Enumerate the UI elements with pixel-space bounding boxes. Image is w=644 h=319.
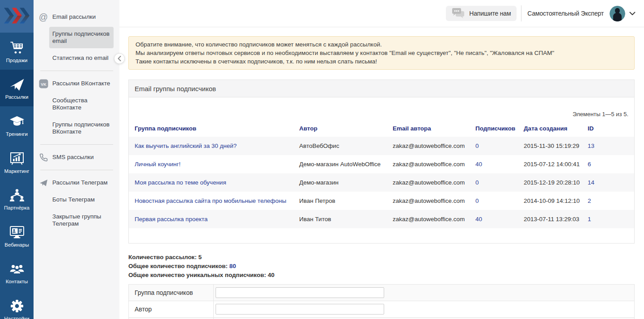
submenu-item-rassylki-telegram[interactable]: Рассылки Телеграм	[34, 176, 119, 190]
avatar[interactable]	[610, 6, 625, 21]
submenu-item-label: Закрытые группы Телеграм	[52, 213, 101, 227]
cart-icon	[9, 39, 25, 56]
chat-bubbles-icon	[452, 8, 465, 19]
rail-item-7[interactable]: Контакты	[0, 254, 34, 291]
submenu-item-gruppy-podpischikov-email[interactable]: Группы подписчиков email	[49, 27, 114, 48]
cell-subscribers: 0	[470, 192, 518, 210]
cell-author: Иван Петров	[293, 192, 387, 210]
rail-item-label: Вебинары	[4, 242, 29, 248]
column-header-author[interactable]: Автор	[293, 118, 387, 137]
cell-author: Демо-магазин AutoWebOffice	[293, 155, 387, 173]
sidebar-collapse-button[interactable]	[114, 53, 125, 64]
rail-item-4[interactable]: Маркетинг	[0, 143, 34, 180]
submenu-item-zakrytye-gruppy-telegram[interactable]: Закрытые группы Телеграм	[34, 210, 119, 231]
filter-input-author[interactable]	[216, 304, 384, 315]
table-row-5: Первая рассылка проектаИван Титовzakaz@a…	[129, 210, 634, 228]
table-row-1: Как выучить английский за 30 дней?АвтоВе…	[129, 137, 634, 155]
cell-subscribers-link[interactable]: 0	[475, 179, 479, 186]
chevron-left-icon	[118, 56, 121, 61]
items-count: Элементы 1—5 из 5.	[129, 110, 628, 118]
column-header-subscribers[interactable]: Подписчиков	[470, 118, 518, 137]
cell-group-name-link[interactable]: Моя рассылка по теме обучения	[135, 179, 226, 186]
rail-item-5[interactable]: Партнёрка	[0, 180, 34, 217]
rail-item-6[interactable]: Вебинары	[0, 217, 34, 254]
submenu-item-boty-telegram[interactable]: Боты Телеграм	[34, 193, 119, 207]
cell-author: Иван Титов	[293, 210, 387, 228]
rail-item-label: Тренинги	[6, 131, 28, 137]
left-rail: ПродажиРассылкиТренингиМаркетингПартнёрк…	[0, 0, 34, 319]
notice-line: Такие контакты исключены в счетчиках под…	[136, 57, 627, 66]
cell-id: 2	[582, 192, 634, 210]
filter-label-next	[129, 318, 214, 319]
submenu-item-label: Сообщества ВКонтакте	[52, 97, 87, 111]
cell-author: АвтоВебОфис	[293, 137, 387, 155]
submenu-item-label: SMS рассылки	[52, 154, 94, 160]
submenu-item-rassylki-vkontakte[interactable]: VK Рассылки ВКонтакте	[34, 76, 119, 91]
submenu-item-statistika-po-email[interactable]: Статистика по email	[34, 51, 119, 65]
cell-id: 14	[582, 173, 634, 192]
contact-us-button[interactable]: Напишите нам	[446, 6, 517, 21]
submenu-divider	[40, 144, 113, 145]
rail-item-2[interactable]: Рассылки	[0, 70, 34, 107]
cell-id-link[interactable]: 13	[588, 143, 594, 149]
panel-title: Email группы подписчиков	[129, 80, 634, 97]
cell-group-name-link[interactable]: Новостная рассылка сайта про мобильные т…	[135, 197, 286, 204]
notice-line: Мы анализируем ответы почтовых сервисов …	[136, 49, 627, 57]
chevron-down-icon[interactable]	[629, 12, 636, 16]
cell-group-name-link[interactable]: Как выучить английский за 30 дней?	[135, 143, 237, 149]
summary-line: Количество рассылок: 5	[128, 253, 635, 262]
cell-subscribers-link[interactable]: 0	[475, 197, 479, 204]
gear-icon	[9, 298, 25, 315]
filter-row: Автор	[129, 301, 635, 318]
subscriber-groups-table: Группа подписчиков Автор Email автора По…	[129, 118, 634, 228]
column-header-id[interactable]: ID	[582, 118, 634, 137]
panel-body: Элементы 1—5 из 5. Группа подписчиков Ав…	[129, 110, 634, 243]
submenu-item-label: Боты Телеграм	[52, 196, 95, 203]
cell-group-name: Личный коучинг!	[129, 155, 293, 173]
cell-subscribers: 0	[470, 173, 518, 192]
people-group-icon	[8, 260, 25, 277]
column-header-email[interactable]: Email автора	[387, 118, 470, 137]
submenu-item-label: Группы подписчиков email	[52, 30, 110, 44]
filter-table: Группа подписчиков Автор	[128, 284, 635, 319]
filter-row	[129, 318, 635, 319]
rail-item-8[interactable]: Настройки	[0, 291, 34, 319]
cell-group-name-link[interactable]: Личный коучинг!	[135, 161, 181, 168]
cell-id-link[interactable]: 2	[588, 197, 591, 204]
filter-input-group[interactable]	[216, 287, 384, 298]
cell-id-link[interactable]: 6	[588, 161, 591, 168]
account-menu[interactable]: Самостоятельный Эксперт	[527, 6, 636, 21]
cell-subscribers-link[interactable]: 0	[475, 143, 479, 149]
submenu-item-gruppy-podpischikov-vkontakte[interactable]: Группы подписчиков ВКонтакте	[34, 118, 119, 139]
cell-id-link[interactable]: 14	[588, 179, 594, 186]
cell-id-link[interactable]: 1	[588, 216, 591, 222]
cell-author-email: zakaz@autoweboffice.com	[387, 192, 470, 210]
cell-group-name-link[interactable]: Первая рассылка проекта	[135, 216, 208, 222]
cell-subscribers-link[interactable]: 40	[475, 216, 482, 222]
cell-created-date: 2015-12-19 20:28:10	[518, 173, 582, 192]
column-header-created[interactable]: Дата создания	[518, 118, 582, 137]
cell-subscribers-link[interactable]: 40	[475, 161, 482, 168]
submenu-item-soobschestva-vkontakte[interactable]: Сообщества ВКонтакте	[34, 93, 119, 115]
topbar-divider	[521, 5, 521, 21]
cell-group-name: Первая рассылка проекта	[129, 210, 293, 228]
main-area: Напишите нам Самостоятельный Эксперт Обр…	[119, 0, 644, 319]
bar-chart-icon	[9, 150, 25, 167]
webinar-screen-icon	[9, 224, 25, 241]
submenu-item-email-rassylki[interactable]: @ Email рассылки	[34, 10, 119, 24]
app-logo[interactable]	[0, 0, 34, 33]
submenu-divider	[40, 170, 113, 170]
submenu-item-label: Email рассылки	[52, 13, 96, 20]
total-subscribers-link[interactable]: 80	[229, 263, 236, 269]
column-header-group[interactable]: Группа подписчиков	[129, 118, 293, 137]
submenu-divider	[40, 71, 113, 71]
rail-item-1[interactable]: Продажи	[0, 33, 34, 70]
telegram-icon	[38, 178, 48, 188]
rail-item-3[interactable]: Тренинги	[0, 106, 34, 143]
account-name: Самостоятельный Эксперт	[527, 10, 604, 17]
submenu-item-sms-rassylki[interactable]: SMS рассылки	[34, 150, 119, 164]
submenu-item-label: Статистика по email	[52, 55, 108, 61]
cell-author-email: zakaz@autoweboffice.com	[387, 155, 470, 173]
affiliate-network-icon	[9, 187, 25, 204]
contact-us-label: Напишите нам	[469, 10, 511, 17]
